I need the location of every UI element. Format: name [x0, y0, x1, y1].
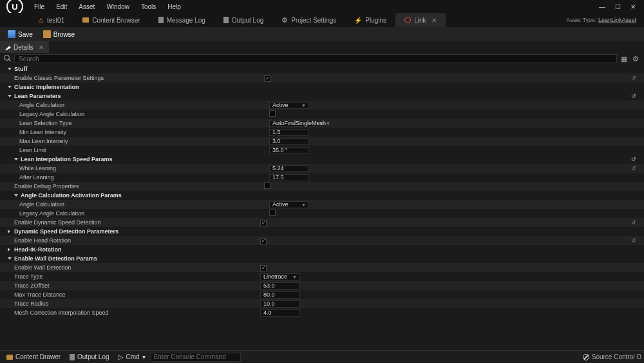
- reset-icon[interactable]: ↺: [631, 93, 636, 99]
- details-search-row: ▦ ⚙: [0, 53, 644, 64]
- folder-icon: [6, 355, 13, 360]
- trace-radius-numeric[interactable]: 10.0: [260, 300, 300, 308]
- max-trace-dist-numeric[interactable]: 80.0: [260, 291, 300, 299]
- save-button[interactable]: Save: [4, 29, 37, 39]
- prop-enable-debug: Enable Debug Properties: [0, 182, 644, 191]
- cmd-icon: ▷: [118, 353, 124, 360]
- link-asset-icon: [404, 17, 411, 23]
- content-drawer-button[interactable]: Content Drawer: [3, 352, 64, 362]
- settings-gear-icon[interactable]: ⚙: [631, 54, 640, 63]
- minimize-button[interactable]: —: [595, 1, 609, 12]
- trace-zoffset-numeric[interactable]: 53.0: [260, 282, 300, 289]
- details-properties[interactable]: Stuff Enable Classic Parameter Settings …: [0, 64, 644, 350]
- angle-calc-dropdown[interactable]: Active▼: [269, 102, 309, 109]
- menu-edit[interactable]: Edit: [50, 1, 73, 13]
- asset-type-label: Asset Type: LeanLinkAsset: [567, 17, 644, 23]
- category-stuff[interactable]: Stuff: [0, 64, 644, 74]
- warning-icon: ⚠: [37, 17, 44, 23]
- menu-bar: U File Edit Asset Window Tools Help — ☐ …: [0, 0, 644, 13]
- save-icon: [8, 30, 15, 38]
- details-search-input[interactable]: [14, 54, 617, 63]
- prop-trace-type: Trace Type Linetrace▼: [0, 272, 644, 281]
- prop-min-lean-intensity: Min Lean Intensity 1.5: [0, 128, 644, 137]
- menu-asset[interactable]: Asset: [73, 1, 100, 13]
- category-angle-calc-activation[interactable]: Angle Calculation Activation Params: [0, 191, 644, 200]
- prop-enable-dynamic-speed: Enable Dynamic Speed Detection ↺: [0, 218, 644, 227]
- close-button[interactable]: ✕: [626, 1, 640, 12]
- folder-icon: [82, 17, 89, 23]
- plug-icon: ⚡: [354, 17, 362, 24]
- browse-button[interactable]: Browse: [39, 29, 79, 39]
- lean-selection-dropdown[interactable]: AutoFindSingleMesh▼: [269, 120, 314, 127]
- category-wall-detection[interactable]: Enable Wall Detection Params: [0, 254, 644, 263]
- trace-type-dropdown[interactable]: Linetrace▼: [260, 273, 300, 280]
- prop-angle-calculation-2: Angle Calculation Active▼: [0, 200, 644, 209]
- tab-label: Project Settings: [291, 17, 336, 24]
- tab-test01[interactable]: ⚠ test01: [28, 13, 73, 27]
- menu-help[interactable]: Help: [162, 1, 187, 13]
- console-command-input[interactable]: [151, 353, 241, 362]
- reset-icon[interactable]: ↺: [631, 219, 636, 226]
- mesh-corr-interp-numeric[interactable]: 4.0: [260, 309, 300, 317]
- tab-plugins[interactable]: ⚡ Plugins: [345, 13, 395, 27]
- asset-toolbar: Save Browse: [0, 27, 644, 41]
- prop-enable-head-rotation: Enable Head Rotation ↺: [0, 236, 644, 245]
- tab-message-log[interactable]: Message Log: [149, 13, 214, 27]
- angle-calc-2-dropdown[interactable]: Active▼: [269, 201, 309, 208]
- tab-label: test01: [47, 17, 64, 24]
- menu-tools[interactable]: Tools: [135, 1, 162, 13]
- close-panel-icon[interactable]: ✕: [39, 44, 44, 51]
- document-icon: [70, 354, 75, 360]
- reset-icon[interactable]: ↺: [631, 156, 636, 162]
- legacy-angle-2-checkbox[interactable]: [269, 210, 276, 216]
- source-control-off-icon: [583, 354, 589, 360]
- menu-window[interactable]: Window: [100, 1, 135, 13]
- enable-debug-checkbox[interactable]: [264, 182, 270, 189]
- after-leaning-numeric[interactable]: 17.5: [269, 174, 309, 181]
- output-log-button[interactable]: Output Log: [66, 352, 113, 362]
- source-control-button[interactable]: Source Control O: [583, 353, 641, 360]
- asset-type-link[interactable]: LeanLinkAsset: [598, 17, 636, 23]
- prop-max-lean-intensity: Max Lean Intensity 3.0: [0, 137, 644, 146]
- tab-link[interactable]: Link ✕: [395, 13, 446, 27]
- while-leaning-numeric[interactable]: 5.24: [269, 165, 309, 172]
- prop-enable-classic: Enable Classic Parameter Settings ↺: [0, 74, 644, 83]
- enable-head-rot-checkbox[interactable]: [260, 238, 267, 244]
- document-icon: [223, 17, 229, 23]
- details-panel-tab[interactable]: Details ✕: [0, 41, 49, 53]
- max-lean-numeric[interactable]: 3.0: [269, 138, 309, 145]
- menu-file[interactable]: File: [28, 1, 50, 13]
- lean-limit-numeric[interactable]: 35.0 °: [269, 147, 309, 154]
- category-lean-interp-speed[interactable]: Lean Interpolation Speed Params ↺: [0, 155, 644, 164]
- tab-label: Output Log: [232, 17, 263, 24]
- prop-legacy-angle-calc: Legacy Angle Calculation: [0, 110, 644, 119]
- enable-dyn-speed-checkbox[interactable]: [260, 220, 267, 226]
- reset-icon[interactable]: ↺: [631, 237, 636, 244]
- cmd-dropdown[interactable]: ▷ Cmd ▾: [115, 352, 149, 362]
- tab-label: Content Browser: [92, 17, 140, 24]
- prop-angle-calculation: Angle Calculation Active▼: [0, 101, 644, 110]
- category-classic-implementation[interactable]: Classic Implementation: [0, 83, 644, 92]
- search-icon: [4, 55, 12, 63]
- prop-after-leaning: After Leaning 17.5: [0, 173, 644, 182]
- category-dynamic-speed-detection[interactable]: Dynamic Speed Detection Parameters: [0, 227, 644, 236]
- maximize-button[interactable]: ☐: [611, 1, 625, 12]
- prop-lean-selection-type: Lean Selection Type AutoFindSingleMesh▼: [0, 119, 644, 128]
- reset-icon[interactable]: ↺: [631, 165, 636, 172]
- category-head-ik-rotation[interactable]: Head-IK-Rotation: [0, 245, 644, 254]
- category-lean-parameters[interactable]: Lean Parameters ↺: [0, 92, 644, 101]
- close-tab-icon[interactable]: ✕: [431, 17, 437, 24]
- chevron-down-icon: ▾: [142, 353, 146, 360]
- document-icon: [158, 17, 164, 23]
- status-bar: Content Drawer Output Log ▷ Cmd ▾ Source…: [0, 350, 644, 363]
- enable-wall-det-checkbox[interactable]: [260, 265, 267, 271]
- legacy-angle-checkbox[interactable]: [269, 110, 276, 117]
- prop-max-trace-distance: Max Trace Distance 80.0: [0, 290, 644, 299]
- tab-content-browser[interactable]: Content Browser: [73, 13, 149, 27]
- tab-project-settings[interactable]: ⚙ Project Settings: [272, 13, 345, 27]
- view-options-icon[interactable]: ▦: [620, 54, 629, 63]
- tab-output-log[interactable]: Output Log: [214, 13, 272, 27]
- enable-classic-checkbox[interactable]: [264, 75, 270, 82]
- reset-icon[interactable]: ↺: [631, 75, 636, 81]
- min-lean-numeric[interactable]: 1.5: [269, 129, 309, 136]
